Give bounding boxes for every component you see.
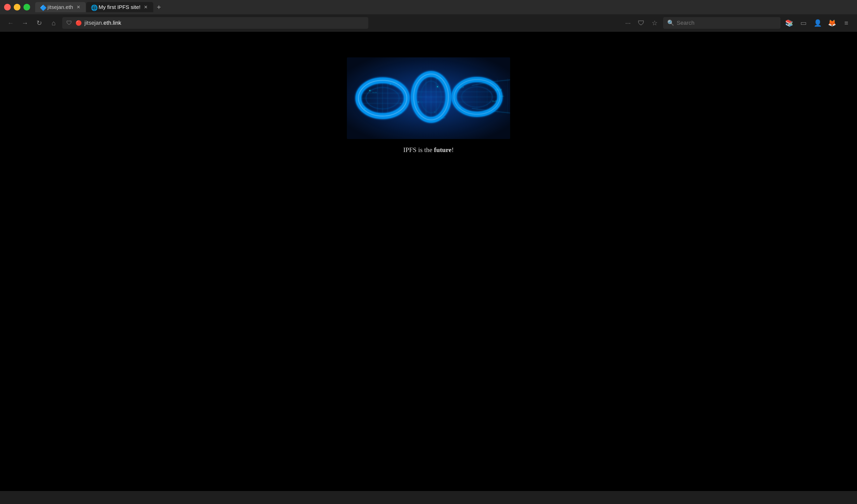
address-prefix: jitsejan. bbox=[84, 20, 103, 26]
address-text: jitsejan.eth.link bbox=[84, 20, 364, 26]
window-controls bbox=[4, 4, 30, 11]
security-icon: 🛡 bbox=[66, 20, 72, 26]
tab-favicon-2: 🌐 bbox=[91, 5, 96, 10]
forward-button[interactable]: → bbox=[19, 17, 31, 29]
address-domain: eth.link bbox=[103, 20, 121, 26]
account-button[interactable]: 👤 bbox=[812, 17, 823, 29]
search-bar[interactable]: 🔍 bbox=[663, 17, 780, 29]
tab-close-1[interactable]: ✕ bbox=[75, 4, 81, 10]
menu-button[interactable]: ≡ bbox=[841, 17, 852, 29]
address-bar[interactable]: 🛡 🔴 jitsejan.eth.link bbox=[62, 17, 368, 29]
page-text-bold: future bbox=[434, 146, 452, 154]
tab-jitsejan[interactable]: 🔷 jitsejan.eth ✕ bbox=[35, 2, 86, 12]
minimize-button[interactable] bbox=[14, 4, 20, 11]
search-icon: 🔍 bbox=[667, 20, 674, 26]
browser-chrome: 🔷 jitsejan.eth ✕ 🌐 My first IPFS site! ✕… bbox=[0, 0, 857, 32]
tab-ipfs[interactable]: 🌐 My first IPFS site! ✕ bbox=[86, 2, 153, 12]
address-favicon: 🔴 bbox=[75, 20, 82, 26]
pocket-button[interactable]: 🛡 bbox=[636, 17, 647, 29]
title-bar: 🔷 jitsejan.eth ✕ 🌐 My first IPFS site! ✕… bbox=[0, 0, 857, 14]
more-button[interactable]: ··· bbox=[622, 17, 634, 29]
refresh-button[interactable]: ↻ bbox=[34, 17, 45, 29]
home-button[interactable]: ⌂ bbox=[48, 17, 59, 29]
library-button[interactable]: 📚 bbox=[784, 17, 795, 29]
page-text-after: ! bbox=[452, 146, 454, 154]
tab-label-2: My first IPFS site! bbox=[99, 4, 140, 10]
tab-close-2[interactable]: ✕ bbox=[143, 4, 149, 10]
reader-view-button[interactable]: ▭ bbox=[798, 17, 809, 29]
page-content: 10110 0x4F 1001 0011 1101 0x2A 1010 0xFF… bbox=[0, 32, 857, 491]
tab-label-1: jitsejan.eth bbox=[48, 4, 73, 10]
close-button[interactable] bbox=[4, 4, 11, 11]
page-text-before: IPFS is the bbox=[403, 146, 434, 154]
bookmark-button[interactable]: ☆ bbox=[649, 17, 660, 29]
page-text: IPFS is the future! bbox=[403, 146, 454, 154]
tab-favicon-1: 🔷 bbox=[40, 5, 45, 10]
new-tab-button[interactable]: + bbox=[154, 2, 164, 12]
search-input[interactable] bbox=[677, 20, 776, 26]
blockchain-image: 10110 0x4F 1001 0011 1101 0x2A 1010 0xFF… bbox=[347, 57, 510, 139]
fox-icon-button[interactable]: 🦊 bbox=[826, 17, 838, 29]
nav-right-toolbar: ··· 🛡 ☆ bbox=[622, 17, 660, 29]
nav-bar: ← → ↻ ⌂ 🛡 🔴 jitsejan.eth.link ··· 🛡 ☆ 🔍 … bbox=[0, 14, 857, 32]
maximize-button[interactable] bbox=[23, 4, 30, 11]
back-button[interactable]: ← bbox=[5, 17, 16, 29]
svg-rect-49 bbox=[347, 57, 510, 139]
